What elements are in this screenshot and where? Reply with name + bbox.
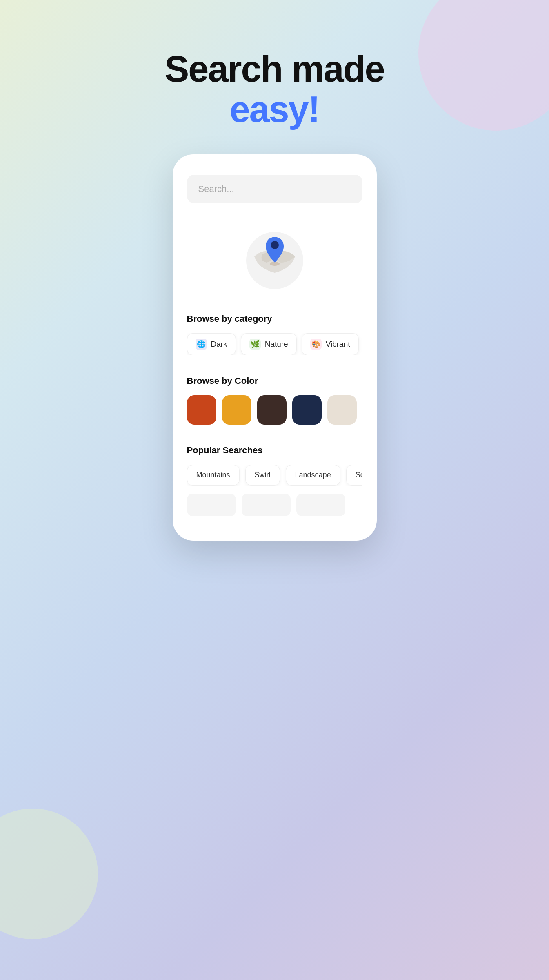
popular-searches-section: Popular Searches Mountains Swirl Landsca… — [187, 445, 362, 516]
search-placeholder: Search... — [198, 184, 234, 194]
color-swatch-3[interactable] — [292, 395, 322, 425]
map-illustration — [187, 224, 362, 289]
vibrant-label: Vibrant — [326, 340, 350, 349]
browse-category-title: Browse by category — [187, 314, 362, 324]
color-row — [187, 395, 362, 425]
svg-point-2 — [271, 241, 279, 249]
header-title-line2: easy! — [164, 89, 384, 130]
color-swatch-1[interactable] — [222, 395, 251, 425]
nature-label: Nature — [265, 340, 288, 349]
popular-chip-swirl[interactable]: Swirl — [245, 465, 280, 486]
svg-point-3 — [270, 262, 280, 266]
category-chip-nature[interactable]: 🌿 Nature — [241, 333, 297, 355]
color-swatch-0[interactable] — [187, 395, 216, 425]
dark-label: Dark — [211, 340, 227, 349]
popular-chip-mountains[interactable]: Mountains — [187, 465, 240, 486]
popular-chip-landscape[interactable]: Landscape — [286, 465, 340, 486]
browse-color-section: Browse by Color — [187, 376, 362, 425]
phone-card: Search... Browse by category — [173, 154, 377, 541]
color-swatch-2[interactable] — [257, 395, 287, 425]
category-row: 🌐 Dark 🌿 Nature 🎨 Vibrant ❤️ — [187, 333, 362, 355]
color-swatch-4[interactable] — [327, 395, 357, 425]
blob-bottom-left — [0, 808, 98, 939]
browse-category-section: Browse by category 🌐 Dark 🌿 Nature 🎨 Vib… — [187, 314, 362, 355]
nature-icon: 🌿 — [249, 339, 261, 350]
search-bar[interactable]: Search... — [187, 175, 362, 203]
popular-placeholder-1 — [187, 494, 236, 516]
popular-searches-title: Popular Searches — [187, 445, 362, 456]
popular-placeholder-2 — [242, 494, 291, 516]
header-title-line1: Search made — [164, 49, 384, 89]
blob-top-right — [418, 0, 549, 131]
popular-chip-scene[interactable]: Scene — [346, 465, 362, 486]
dark-icon: 🌐 — [196, 339, 207, 350]
popular-placeholder-3 — [296, 494, 345, 516]
popular-row-2 — [187, 494, 362, 516]
map-icon — [242, 224, 307, 289]
category-chip-vibrant[interactable]: 🎨 Vibrant — [302, 333, 359, 355]
vibrant-icon: 🎨 — [310, 339, 322, 350]
browse-color-title: Browse by Color — [187, 376, 362, 386]
category-chip-dark[interactable]: 🌐 Dark — [187, 333, 236, 355]
popular-row-1: Mountains Swirl Landscape Scene — [187, 465, 362, 486]
header-section: Search made easy! — [164, 49, 384, 130]
